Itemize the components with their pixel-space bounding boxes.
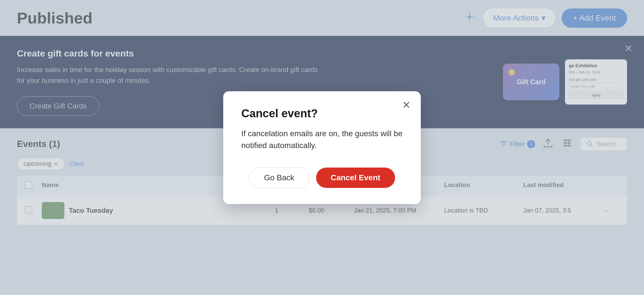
cancel-event-modal: ✕ Cancel event? If cancelation emails ar… (223, 91, 421, 204)
cancel-event-label: Cancel Event (331, 173, 380, 182)
modal-actions: Go Back Cancel Event (241, 167, 403, 188)
go-back-button[interactable]: Go Back (249, 167, 309, 188)
modal-title: Cancel event? (241, 107, 403, 120)
modal-close-button[interactable]: ✕ (402, 99, 411, 111)
modal-overlay: ✕ Cancel event? If cancelation emails ar… (0, 0, 644, 295)
go-back-label: Go Back (264, 173, 294, 182)
modal-body: If cancelation emails are on, the guests… (241, 128, 403, 151)
cancel-event-button[interactable]: Cancel Event (316, 168, 395, 188)
